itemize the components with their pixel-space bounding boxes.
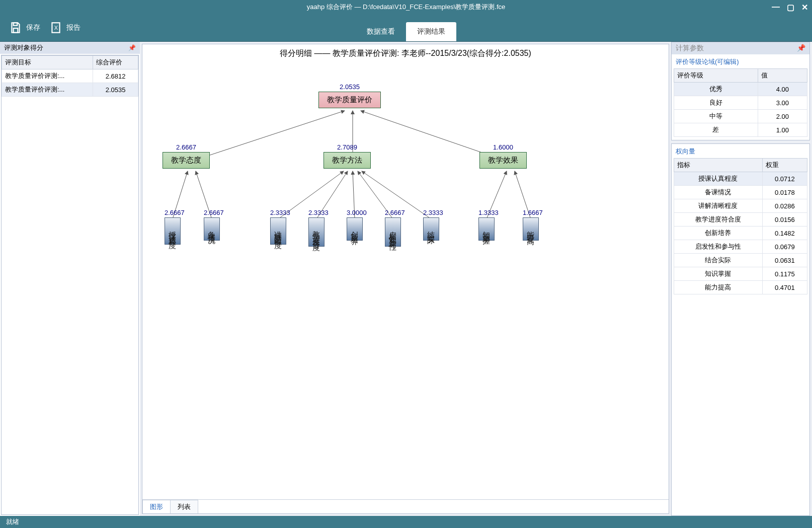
leaf-node[interactable]: 2.3333结合实际 xyxy=(423,209,443,241)
svg-text:X: X xyxy=(54,25,58,31)
table-row[interactable]: 教学质量评价评测:...2.0535 xyxy=(2,83,138,97)
maximize-icon[interactable]: ▢ xyxy=(787,3,794,12)
levels-table: 评价等级值 优秀4.00 良好3.00 中等2.00 差1.00 xyxy=(674,68,807,137)
leaf-node[interactable]: 1.6667能力提高 xyxy=(523,209,543,241)
leaf-node[interactable]: 3.0000创新培养 xyxy=(347,209,367,241)
pin-icon[interactable]: 📌 xyxy=(797,44,805,53)
table-row[interactable]: 教学质量评价评测:...2.6812 xyxy=(2,69,138,83)
table-row[interactable]: 能力提高0.4701 xyxy=(674,281,807,294)
close-icon[interactable]: ✕ xyxy=(801,3,808,12)
save-icon xyxy=(9,21,22,34)
tab-data-view[interactable]: 数据查看 xyxy=(356,22,406,41)
table-row[interactable]: 优秀4.00 xyxy=(674,83,807,96)
status-text: 就绪 xyxy=(6,517,19,526)
leaf-node[interactable]: 2.3333教学进度符合度 xyxy=(308,209,329,247)
table-row[interactable]: 备课情况0.0178 xyxy=(674,186,807,199)
report-button[interactable]: X 报告 xyxy=(49,21,80,34)
weights-table: 指标权重 授课认真程度0.0712 备课情况0.0178 讲解清晰程度0.028… xyxy=(674,158,807,294)
tab-graph[interactable]: 图形 xyxy=(142,500,171,513)
table-row[interactable]: 授课认真程度0.0712 xyxy=(674,172,807,186)
leaf-node[interactable]: 2.6667启发性和参与性 xyxy=(385,209,405,247)
pin-icon[interactable]: 📌 xyxy=(128,44,136,51)
table-row[interactable]: 知识掌握0.1175 xyxy=(674,267,807,281)
table-row[interactable]: 讲解清晰程度0.0286 xyxy=(674,199,807,213)
root-node[interactable]: 2.0535 教学质量评价 xyxy=(318,83,381,108)
table-row[interactable]: 差1.00 xyxy=(674,123,807,137)
table-row[interactable]: 启发性和参与性0.0679 xyxy=(674,240,807,254)
save-button[interactable]: 保存 xyxy=(9,21,40,34)
report-icon: X xyxy=(49,21,62,34)
titlebar: yaahp 综合评价 — D:\fcedata\V10_FCE-Examples… xyxy=(0,0,812,14)
left-panel-header: 评测对象得分 📌 xyxy=(0,42,140,54)
score-table: 评测目标综合评价 教学质量评价评测:...2.6812 教学质量评价评测:...… xyxy=(1,55,139,515)
statusbar: 就绪 xyxy=(0,516,812,528)
mid-node[interactable]: 2.7089教学方法 xyxy=(323,143,371,169)
leaf-node[interactable]: 2.6667授课认真程度 xyxy=(165,209,185,245)
svg-rect-0 xyxy=(14,23,18,25)
svg-line-4 xyxy=(192,111,345,161)
mid-node[interactable]: 2.6667教学态度 xyxy=(163,143,210,169)
hierarchy-chart: 2.0535 教学质量评价 2.6667教学态度 2.7089教学方法 1.60… xyxy=(142,63,669,499)
leaf-node[interactable]: 1.3333知识掌握 xyxy=(478,209,499,241)
chart-title: 得分明细 —— 教学质量评价评测: 李老师--2015/3/23(综合得分:2.… xyxy=(142,44,669,63)
table-row[interactable]: 良好3.00 xyxy=(674,96,807,110)
table-row[interactable]: 结合实际0.0631 xyxy=(674,254,807,267)
table-row[interactable]: 创新培养0.1482 xyxy=(674,227,807,240)
svg-rect-1 xyxy=(14,28,18,33)
levels-title: 评价等级论域(可编辑) xyxy=(672,54,809,68)
calc-params-header: 计算参数📌 xyxy=(672,42,809,54)
table-row[interactable]: 教学进度符合度0.0156 xyxy=(674,213,807,227)
tab-result[interactable]: 评测结果 xyxy=(406,22,456,41)
window-title: yaahp 综合评价 — D:\fcedata\V10_FCE-Examples… xyxy=(307,3,505,12)
weights-title: 权向量 xyxy=(672,144,809,158)
minimize-icon[interactable]: — xyxy=(772,3,780,12)
tab-list[interactable]: 列表 xyxy=(170,500,198,513)
mid-node[interactable]: 1.6000教学效果 xyxy=(479,143,527,169)
table-row[interactable]: 中等2.00 xyxy=(674,110,807,123)
leaf-node[interactable]: 2.6667备课情况 xyxy=(204,209,224,241)
leaf-node[interactable]: 2.3333讲解清晰程度 xyxy=(270,209,290,245)
toolbar: 保存 X 报告 数据查看 评测结果 xyxy=(0,14,812,42)
